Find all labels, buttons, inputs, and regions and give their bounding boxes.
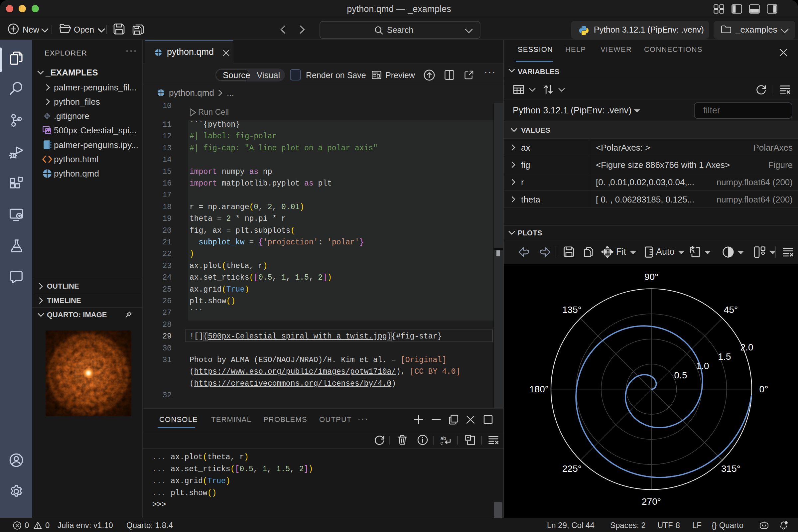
svg-text:45°: 45° xyxy=(724,305,738,315)
svg-text:315°: 315° xyxy=(721,463,740,474)
svg-text:2.0: 2.0 xyxy=(740,342,754,353)
svg-text:135°: 135° xyxy=(562,305,582,315)
svg-text:180°: 180° xyxy=(529,384,549,394)
svg-text:1.5: 1.5 xyxy=(718,352,731,362)
svg-text:0.5: 0.5 xyxy=(674,370,687,380)
svg-text:c: c xyxy=(440,440,443,445)
svg-text:225°: 225° xyxy=(562,463,582,474)
svg-text:270°: 270° xyxy=(642,496,661,507)
svg-text:0°: 0° xyxy=(759,384,768,394)
svg-text:1.0: 1.0 xyxy=(696,361,709,371)
svg-text:90°: 90° xyxy=(644,272,658,282)
